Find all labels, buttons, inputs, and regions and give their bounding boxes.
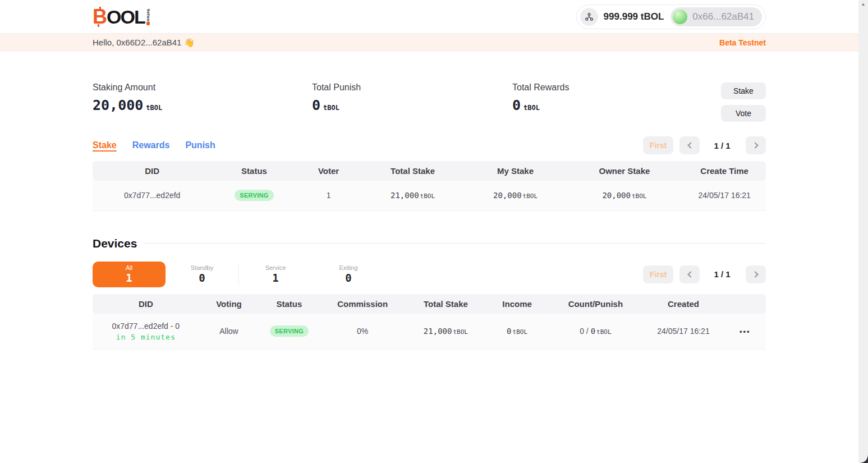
scrollbar[interactable]: ▲ ▼ xyxy=(858,0,868,463)
stat-value: 0 xyxy=(312,97,320,113)
stat-value: 20,000 xyxy=(93,97,143,113)
wallet-balance: 999.999 tBOL xyxy=(604,11,665,22)
status-badge: SERVING xyxy=(235,190,273,201)
cell-created: 24/05/17 16:21 xyxy=(642,314,724,350)
column-header-commission: Commission xyxy=(319,294,406,314)
cell-total-stake: 21,000tBOL xyxy=(406,314,486,350)
chevron-right-icon xyxy=(752,271,758,277)
devices-page-indicator: 1 / 1 xyxy=(712,269,732,279)
cell-total-stake: 21,000tBOL xyxy=(361,181,465,210)
column-header-income: Income xyxy=(486,294,549,314)
stat-unit: tBOL xyxy=(323,104,339,112)
stake-button[interactable]: Stake xyxy=(721,82,766,99)
cell-create-time: 24/05/17 16:21 xyxy=(683,181,766,210)
chevron-right-icon xyxy=(752,142,758,148)
stake-table: DID Status Voter Total Stake My Stake Ow… xyxy=(93,161,766,211)
stat-total-rewards: Total Rewards 0tBOL xyxy=(512,82,721,122)
pagination-next-button[interactable] xyxy=(746,136,766,154)
column-header-created: Created xyxy=(642,294,724,314)
page: BOOL Network 999. xyxy=(0,0,868,463)
cell-actions: ••• xyxy=(724,314,766,350)
pagination-prev-button[interactable] xyxy=(679,136,700,154)
devices-table-header-row: DID Voting Status Commission Total Stake… xyxy=(93,294,766,314)
stat-unit: tBOL xyxy=(146,104,162,112)
column-header-my-stake: My Stake xyxy=(465,161,566,181)
devices-pagination-first-button[interactable]: First xyxy=(643,265,673,283)
devices-table-row: 0x7d77...ed2efd - 0 in 5 minutes Allow S… xyxy=(93,314,766,350)
logo-tail: Network xyxy=(146,6,150,25)
wallet-pill[interactable]: 999.999 tBOL 0x66...62aB41 xyxy=(576,4,766,29)
cell-owner-stake: 20,000tBOL xyxy=(566,181,683,210)
wallet-address-pill[interactable]: 0x66...62aB41 xyxy=(670,7,762,26)
cell-income: 0tBOL xyxy=(486,314,549,350)
devices-controls: All 1 Standby 0 Service 1 Exiting 0 xyxy=(93,262,766,287)
avatar xyxy=(673,10,687,24)
column-header-did: DID xyxy=(93,294,199,314)
cell-my-stake: 20,000tBOL xyxy=(465,181,566,210)
chevron-left-icon xyxy=(687,271,694,277)
stat-label: Total Punish xyxy=(312,82,512,93)
cell-did: 0x7d77...ed2efd xyxy=(93,181,212,210)
tab-punish[interactable]: Punish xyxy=(185,140,215,150)
filter-standby[interactable]: Standby 0 xyxy=(166,262,238,287)
device-did: 0x7d77...ed2efd - 0 xyxy=(93,322,199,331)
column-header-total-stake: Total Stake xyxy=(406,294,486,314)
stat-label: Staking Amount xyxy=(93,82,312,93)
devices-pagination: First 1 / 1 xyxy=(643,265,766,283)
device-countdown: in 5 minutes xyxy=(93,333,199,341)
devices-pagination-next-button[interactable] xyxy=(746,265,766,283)
cell-did: 0x7d77...ed2efd - 0 in 5 minutes xyxy=(93,314,199,350)
filter-all[interactable]: All 1 xyxy=(93,262,166,287)
column-header-status: Status xyxy=(212,161,296,181)
vote-button[interactable]: Vote xyxy=(721,105,766,122)
row-menu-button[interactable]: ••• xyxy=(740,327,751,336)
column-header-total-stake: Total Stake xyxy=(361,161,465,181)
window-corner xyxy=(860,455,868,463)
column-header-owner-stake: Owner Stake xyxy=(566,161,683,181)
stats-row: Staking Amount 20,000tBOL Total Punish 0… xyxy=(93,82,766,122)
main-viewport: BOOL Network 999. xyxy=(0,0,858,463)
column-header-actions xyxy=(724,294,766,314)
wave-emoji: 👋 xyxy=(184,38,195,47)
network-icon xyxy=(580,8,598,26)
filter-service[interactable]: Service 1 xyxy=(239,262,312,287)
column-header-create-time: Create Time xyxy=(683,161,766,181)
stat-staking-amount: Staking Amount 20,000tBOL xyxy=(93,82,312,122)
wallet-address: 0x66...62aB41 xyxy=(692,11,754,22)
page-indicator: 1 / 1 xyxy=(712,141,732,150)
device-filters: All 1 Standby 0 Service 1 Exiting 0 xyxy=(93,262,385,287)
greeting-text: Hello, 0x66D2...62aB41 xyxy=(93,38,181,47)
column-header-count-punish: Count/Punish xyxy=(548,294,642,314)
scroll-up-icon[interactable]: ▲ xyxy=(861,2,866,7)
site-header: BOOL Network 999. xyxy=(0,0,858,34)
stake-table-header-row: DID Status Voter Total Stake My Stake Ow… xyxy=(93,161,766,181)
stake-list-controls: Stake Rewards Punish First 1 / 1 xyxy=(93,136,766,154)
filter-exiting[interactable]: Exiting 0 xyxy=(312,262,385,287)
column-header-status: Status xyxy=(259,294,319,314)
logo-text: OOL xyxy=(107,6,145,27)
cell-status: SERVING xyxy=(259,314,319,350)
logo-vertical-text: Network xyxy=(146,9,150,20)
stat-total-punish: Total Punish 0tBOL xyxy=(312,82,512,122)
column-header-did: DID xyxy=(93,161,212,181)
cell-count-punish: 0 / 0tBOL xyxy=(548,314,642,350)
devices-table: DID Voting Status Commission Total Stake… xyxy=(93,294,766,350)
cell-status: SERVING xyxy=(212,181,296,210)
actions-column: Stake Vote xyxy=(721,82,766,122)
stake-table-row: 0x7d77...ed2efd SERVING 1 21,000tBOL 20,… xyxy=(93,181,766,210)
tab-stake[interactable]: Stake xyxy=(93,140,117,150)
bitcoin-b-glyph: B xyxy=(93,6,107,27)
greeting-banner: Hello, 0x66D2...62aB41 👋 Beta Testnet xyxy=(0,34,858,52)
stat-value: 0 xyxy=(512,97,521,113)
stat-unit: tBOL xyxy=(523,104,540,112)
devices-divider xyxy=(145,243,766,244)
cell-voter: 1 xyxy=(297,181,361,210)
pagination-first-button[interactable]: First xyxy=(643,136,673,154)
tab-rewards[interactable]: Rewards xyxy=(132,140,170,150)
cell-commission: 0% xyxy=(319,314,406,350)
devices-section-header: Devices xyxy=(93,237,766,250)
stake-pagination: First 1 / 1 xyxy=(643,136,766,154)
devices-pagination-prev-button[interactable] xyxy=(679,265,700,283)
status-badge: SERVING xyxy=(270,326,309,337)
bool-logo[interactable]: BOOL Network xyxy=(93,6,150,27)
